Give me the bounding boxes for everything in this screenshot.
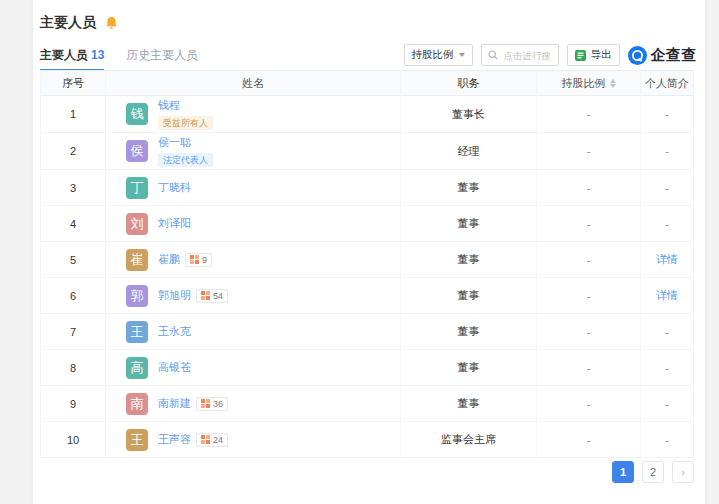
row-number: 7 [41, 314, 106, 349]
search-input[interactable] [502, 49, 552, 62]
avatar: 钱 [126, 103, 148, 125]
shareholding-value: - [587, 254, 591, 266]
avatar: 崔 [126, 249, 148, 271]
main-panel: 主要人员 主要人员13 历史主要人员 持股比例 [33, 0, 705, 504]
table-body: 1 钱 钱程 受益所有人 董事长 - - 2 侯 [41, 96, 693, 458]
table-row: 9 南 南新建 36 董事 - - [41, 386, 693, 422]
person-name-link[interactable]: 崔鹏 [158, 252, 180, 267]
shareholding-filter-dropdown[interactable]: 持股比例 [404, 44, 473, 66]
profile-cell: - [641, 170, 693, 205]
grid-icon [201, 435, 210, 444]
position-cell: 董事 [401, 242, 537, 277]
position-cell: 经理 [401, 133, 537, 169]
header-name: 姓名 [106, 70, 401, 96]
row-number: 6 [41, 278, 106, 313]
tab-history-personnel[interactable]: 历史主要人员 [126, 47, 198, 64]
shareholding-cell: - [537, 242, 641, 277]
tab-count-badge: 13 [91, 48, 104, 62]
tab-key-personnel[interactable]: 主要人员13 [40, 47, 104, 64]
profile-value: - [665, 145, 669, 157]
profile-cell: - [641, 96, 693, 132]
shareholding-value: - [587, 182, 591, 194]
name-wrap: 刘译阳 [158, 216, 191, 231]
avatar-character: 王 [131, 323, 144, 341]
person-name-link[interactable]: 侯一聪 [158, 135, 191, 150]
person-tag: 法定代表人 [158, 153, 213, 167]
position-cell: 董事 [401, 386, 537, 421]
person-name-link[interactable]: 南新建 [158, 396, 191, 411]
profile-value: - [665, 398, 669, 410]
pagination-label: 1 [620, 466, 626, 478]
related-companies-badge[interactable]: 54 [196, 289, 228, 303]
profile-cell: - [641, 422, 693, 457]
export-button[interactable]: 导出 [567, 44, 620, 66]
person-name-link[interactable]: 钱程 [158, 98, 180, 113]
name-cell: 侯 侯一聪 法定代表人 [106, 133, 401, 169]
related-companies-badge[interactable]: 36 [196, 397, 228, 411]
related-companies-badge[interactable]: 9 [185, 253, 212, 267]
name-cell: 高 高银苍 [106, 350, 401, 385]
position-cell: 监事会主席 [401, 422, 537, 457]
position-cell: 董事 [401, 350, 537, 385]
export-label: 导出 [591, 48, 612, 62]
grid-icon [201, 291, 210, 300]
person-name-link[interactable]: 王声容 [158, 432, 191, 447]
person-name-link[interactable]: 郭旭明 [158, 288, 191, 303]
profile-value: - [665, 326, 669, 338]
pagination-item[interactable]: › [672, 461, 694, 483]
row-number: 5 [41, 242, 106, 277]
row-number: 10 [41, 422, 106, 457]
profile-cell: - [641, 386, 693, 421]
avatar-character: 崔 [131, 251, 144, 269]
related-companies-badge[interactable]: 24 [196, 433, 228, 447]
person-name-link[interactable]: 刘译阳 [158, 216, 191, 231]
position-cell: 董事长 [401, 96, 537, 132]
shareholding-cell: - [537, 422, 641, 457]
pagination-item[interactable]: 2 [642, 461, 664, 483]
name-cell: 王 王声容 24 [106, 422, 401, 457]
position-cell: 董事 [401, 206, 537, 241]
shareholding-cell: - [537, 314, 641, 349]
person-name-link[interactable]: 丁晓科 [158, 180, 191, 195]
person-name-link[interactable]: 王永克 [158, 324, 191, 339]
brand-name: 企查查 [651, 46, 698, 65]
person-name-link[interactable]: 高银苍 [158, 360, 191, 375]
shareholding-value: - [587, 290, 591, 302]
profile-cell: 详情 [641, 278, 693, 313]
avatar-character: 侯 [131, 142, 144, 160]
shareholding-value: - [587, 218, 591, 230]
shareholding-value: - [587, 398, 591, 410]
table-row: 7 王 王永克 董事 - - [41, 314, 693, 350]
sort-icon[interactable] [610, 79, 616, 88]
avatar: 丁 [126, 177, 148, 199]
pagination-item[interactable]: 1 [612, 461, 634, 483]
shareholding-value: - [587, 145, 591, 157]
search-box[interactable] [481, 44, 559, 66]
name-wrap: 侯一聪 法定代表人 [158, 135, 213, 167]
row-number: 2 [41, 133, 106, 169]
shareholding-value: - [587, 326, 591, 338]
profile-cell: - [641, 133, 693, 169]
header-shareholding: 持股比例 [537, 70, 641, 96]
qichacha-logo-icon [628, 46, 647, 65]
tab-label: 主要人员 [40, 48, 88, 62]
toolbar: 持股比例 [404, 44, 698, 66]
avatar: 侯 [126, 140, 148, 162]
name-cell: 王 王永克 [106, 314, 401, 349]
profile-value: 详情 [656, 288, 678, 303]
tabs-toolbar-row: 主要人员13 历史主要人员 持股比例 [40, 42, 697, 68]
header-position: 职务 [401, 70, 537, 96]
position-cell: 董事 [401, 170, 537, 205]
monitor-bell-icon[interactable] [105, 16, 118, 30]
table-row: 1 钱 钱程 受益所有人 董事长 - - [41, 96, 693, 133]
name-cell: 崔 崔鹏 9 [106, 242, 401, 277]
name-cell: 刘 刘译阳 [106, 206, 401, 241]
filter-label: 持股比例 [412, 48, 454, 62]
shareholding-value: - [587, 434, 591, 446]
name-wrap: 南新建 36 [158, 396, 228, 411]
avatar-character: 高 [131, 359, 144, 377]
name-cell: 郭 郭旭明 54 [106, 278, 401, 313]
section-header: 主要人员 [40, 14, 118, 32]
profile-value: - [665, 362, 669, 374]
pagination-label: 2 [650, 466, 656, 478]
